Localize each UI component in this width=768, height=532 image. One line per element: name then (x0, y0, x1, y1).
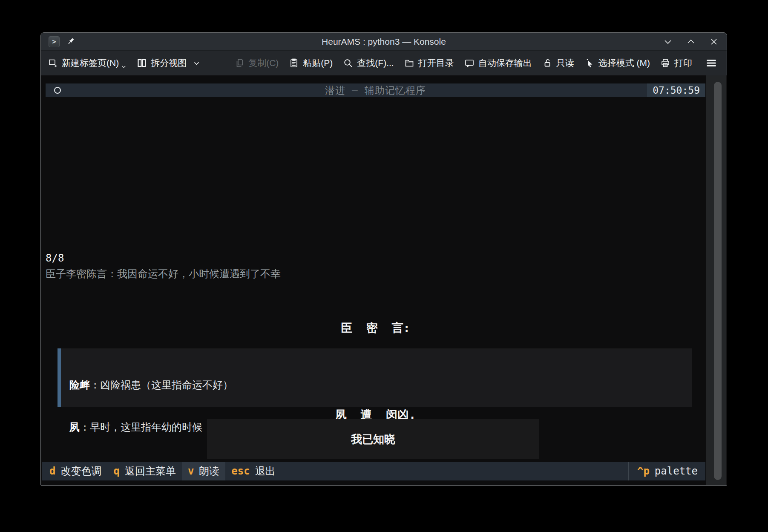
chevron-down-icon (121, 64, 127, 69)
tui-footer-bar: d改变色调 q返回主菜单 v朗读 esc退出 ^ppalette (42, 462, 705, 480)
scrollbar-track[interactable] (706, 75, 726, 485)
open-directory-label: 打开目录 (418, 57, 454, 69)
hamburger-icon (705, 57, 717, 69)
key-label: palette (655, 465, 698, 477)
split-view-icon (137, 58, 147, 68)
print-button[interactable]: 打印 (660, 57, 692, 69)
folder-icon (404, 58, 414, 68)
keybinding-exit[interactable]: esc退出 (225, 462, 281, 480)
annotation-panel: 险衅：凶险祸患（这里指命运不好） 夙：早时，这里指年幼的时候 闵：通'悯'，指可… (58, 348, 692, 407)
find-label: 查找(F)... (357, 57, 394, 69)
printer-icon (660, 58, 670, 68)
key-hint: ^p (637, 465, 650, 477)
paste-button[interactable]: 粘贴(P) (289, 57, 333, 69)
autosave-output-button[interactable]: 自动保存输出 (464, 57, 532, 69)
annotation-def: ：凶险祸患（这里指命运不好） (90, 379, 233, 391)
key-label: 改变色调 (60, 464, 101, 478)
paste-icon (289, 58, 299, 68)
new-tab-label: 新建标签页(N) (62, 57, 119, 69)
terminal-screen: 潜进 – 辅助记忆程序 07:50:59 8/8 臣子李密陈言：我因命运不好，小… (41, 75, 727, 485)
copy-label: 复制(C) (248, 57, 279, 69)
verse-line: 臣 密 言: (46, 321, 705, 335)
title-bar: > HeurAMS : python3 — Konsole (41, 33, 727, 51)
keybinding-read-aloud[interactable]: v朗读 (182, 462, 225, 480)
open-directory-button[interactable]: 打开目录 (404, 57, 454, 69)
split-view-label: 拆分视图 (151, 57, 187, 69)
toolbar: 新建标签页(N) 拆分视图 (41, 51, 727, 75)
key-hint: q (113, 465, 119, 477)
desktop-background: > HeurAMS : python3 — Konsole (0, 0, 768, 532)
search-icon (343, 58, 353, 68)
key-hint: d (49, 465, 55, 477)
key-label: 朗读 (199, 464, 219, 478)
print-label: 打印 (674, 57, 692, 69)
konsole-window: > HeurAMS : python3 — Konsole (40, 32, 727, 486)
new-tab-icon (48, 58, 58, 68)
read-only-label: 只读 (556, 57, 574, 69)
translation-hint: 臣子李密陈言：我因命运不好，小时候遭遇到了不幸 (46, 267, 281, 281)
tui-header-bar: 潜进 – 辅助记忆程序 07:50:59 (46, 83, 705, 97)
annotation-def: ：早时，这里指年幼的时候 (80, 421, 202, 433)
annotation-line: 险衅：凶险祸患（这里指命运不好） (69, 378, 692, 392)
chevron-down-icon (193, 60, 200, 67)
select-mode-label: 选择模式 (M) (598, 57, 650, 69)
scrollbar-thumb[interactable] (714, 82, 722, 480)
key-hint: esc (231, 465, 250, 477)
speech-bubble-icon (464, 58, 475, 68)
menu-button[interactable] (705, 57, 717, 69)
new-tab-button[interactable]: 新建标签页(N) (48, 57, 127, 69)
window-controls (663, 37, 719, 47)
close-icon[interactable] (709, 37, 719, 47)
maximize-icon[interactable] (686, 37, 696, 47)
annotation-term: 夙 (69, 421, 80, 433)
find-button[interactable]: 查找(F)... (343, 57, 394, 69)
clock: 07:50:59 (647, 83, 705, 97)
unlock-icon (542, 58, 552, 68)
key-label: 返回主菜单 (125, 464, 176, 478)
key-label: 退出 (255, 464, 276, 478)
keybinding-change-theme[interactable]: d改变色调 (43, 462, 107, 480)
progress-counter: 8/8 (46, 252, 64, 264)
app-title: 潜进 – 辅助记忆程序 (46, 84, 705, 97)
minimize-icon[interactable] (663, 37, 673, 47)
window-title: HeurAMS : python3 — Konsole (41, 37, 727, 47)
autosave-output-label: 自动保存输出 (478, 57, 532, 69)
keybinding-main-menu[interactable]: q返回主菜单 (107, 462, 181, 480)
copy-icon (234, 58, 244, 68)
split-view-button[interactable]: 拆分视图 (137, 57, 200, 69)
command-palette-hint[interactable]: ^ppalette (628, 462, 705, 480)
copy-button: 复制(C) (234, 57, 279, 69)
paste-label: 粘贴(P) (303, 57, 333, 69)
annotation-term: 险衅 (69, 379, 90, 391)
read-only-button[interactable]: 只读 (542, 57, 574, 69)
select-mode-button[interactable]: 选择模式 (M) (584, 57, 650, 69)
acknowledge-button[interactable]: 我已知晓 (207, 419, 539, 459)
key-hint: v (188, 465, 194, 477)
cursor-icon (584, 58, 595, 68)
